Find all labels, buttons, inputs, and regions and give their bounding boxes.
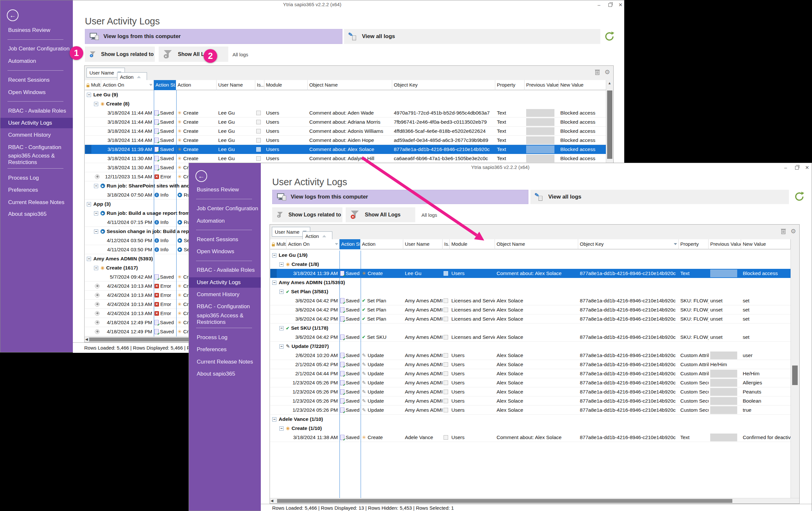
close-button[interactable]: ✕ — [616, 1, 625, 9]
sidebar-item-about-sapio365[interactable]: About sapio365 — [189, 369, 261, 379]
show-all-logs-button[interactable]: Show All Logs — [346, 207, 415, 222]
sidebar-item-business-review[interactable]: Business Review — [189, 185, 261, 195]
collapse-icon[interactable]: − — [87, 202, 91, 206]
is-checkbox[interactable] — [256, 129, 261, 133]
is-checkbox[interactable] — [256, 120, 261, 124]
collapse-icon[interactable]: − — [94, 266, 98, 270]
group-row[interactable]: −✳Create (1/8) — [270, 260, 790, 269]
sidebar-item-job-center-configuration[interactable]: Job Center Configuration — [189, 204, 261, 214]
is-checkbox[interactable] — [443, 371, 448, 376]
column-header-new-value[interactable]: New Value — [741, 239, 790, 249]
collapse-icon[interactable]: − — [279, 344, 284, 349]
sidebar-item-business-review[interactable]: Business Review — [0, 25, 73, 35]
horizontal-scrollbar[interactable]: ◀ — [270, 498, 799, 504]
refresh-icon[interactable] — [793, 190, 806, 203]
vertical-scrollbar-thumb[interactable] — [792, 366, 798, 385]
delete-icon[interactable] — [595, 69, 600, 75]
collapse-icon[interactable]: − — [279, 290, 284, 294]
log-row-selected[interactable]: 3/18/2024 11:39 AMSaved✳CreateLee GuUser… — [270, 269, 790, 278]
is-checkbox[interactable] — [443, 362, 448, 367]
vertical-scrollbar[interactable] — [790, 239, 799, 498]
close-button[interactable]: ✕ — [802, 164, 812, 171]
is-checkbox[interactable] — [443, 380, 448, 385]
sidebar-item-process-log[interactable]: Process Log — [0, 173, 73, 183]
column-header-new-value[interactable]: New Value — [559, 80, 606, 90]
log-row[interactable]: 3/6/2024 04:42 PMSaved✔Set PlanAmy Ames … — [270, 315, 790, 324]
log-row[interactable]: 1/23/2024 05:26 PMSaved✎UpdateAmy Ames A… — [270, 406, 790, 415]
collapse-icon[interactable]: − — [279, 426, 284, 431]
log-row[interactable]: 3/18/2024 11:44 AMSaved✳CreateLee GuUser… — [85, 117, 606, 127]
column-header-action-st-[interactable]: Action St... — [154, 80, 176, 90]
group-row[interactable]: −Amy Ames ADMIN (11/5393) — [270, 278, 790, 287]
column-header-property[interactable]: Property — [495, 80, 525, 90]
collapse-icon[interactable]: − — [279, 326, 284, 330]
column-header-user-name[interactable]: User Name — [403, 239, 442, 249]
sidebar-item-about-sapio365[interactable]: About sapio365 — [0, 209, 73, 219]
log-row[interactable]: 3/6/2024 04:42 PMSaved✔Set SKUAmy Ames A… — [270, 333, 790, 342]
log-row[interactable]: 3/18/2024 11:44 AMSaved✳CreateLee GuUser… — [85, 127, 606, 136]
restore-button[interactable] — [792, 164, 802, 171]
is-checkbox[interactable] — [443, 408, 448, 412]
delete-icon[interactable] — [781, 228, 786, 234]
is-checkbox[interactable] — [256, 147, 261, 152]
is-checkbox[interactable] — [443, 307, 448, 312]
column-header-object-name[interactable]: Object Name — [495, 239, 578, 249]
gear-icon[interactable]: ⚙ — [605, 69, 610, 75]
minimize-button[interactable]: – — [781, 164, 790, 171]
collapse-icon[interactable]: − — [87, 93, 91, 97]
column-header-module[interactable]: Module — [264, 80, 308, 90]
sidebar-item-open-windows[interactable]: Open Windows — [189, 246, 261, 257]
sidebar-item-recent-sessions[interactable]: Recent Sessions — [189, 234, 261, 245]
is-checkbox[interactable] — [443, 399, 448, 403]
back-icon[interactable]: ← — [7, 9, 19, 21]
column-header-action-on[interactable]: Action On — [101, 80, 154, 90]
column-header-user-name[interactable]: User Name — [216, 80, 255, 90]
sidebar-item-preferences[interactable]: Preferences — [189, 344, 261, 355]
show-logs-related-button[interactable]: Show Logs related to Selection — [272, 207, 342, 222]
log-row[interactable]: 3/6/2024 04:42 PMSaved✔Set PlanAmy Ames … — [270, 296, 790, 305]
sidebar-item-open-windows[interactable]: Open Windows — [0, 87, 73, 98]
gear-icon[interactable]: ⚙ — [790, 228, 796, 234]
collapse-icon[interactable]: − — [94, 230, 98, 234]
log-row[interactable]: 3/18/2024 11:30 AMSaved✳CreateLee GuUser… — [85, 154, 606, 163]
is-checkbox[interactable] — [443, 298, 448, 303]
log-row[interactable]: 1/23/2024 05:26 PMSaved✎UpdateAmy Ames A… — [270, 397, 790, 406]
column-header-previous-value[interactable]: Previous Value — [708, 239, 741, 249]
horizontal-scrollbar-thumb[interactable] — [277, 499, 732, 503]
log-row[interactable]: 2/6/2024 10:20 AMSaved✎UpdateAmy Ames AD… — [270, 351, 790, 360]
column-header-is-[interactable]: Is... — [255, 80, 264, 90]
column-header-object-key[interactable]: Object Key — [392, 80, 495, 90]
column-header-previous-value[interactable]: Previous Value — [525, 80, 559, 90]
log-row[interactable]: 3/6/2024 04:42 PMSaved✔Set PlanAmy Ames … — [270, 305, 790, 315]
sidebar-item-current-release-notes[interactable]: Current Release Notes — [0, 197, 73, 208]
log-row[interactable]: 2/1/2024 05:42 PMSaved✎UpdateAmy Ames AD… — [270, 360, 790, 369]
view-logs-local-button[interactable]: View logs from this computer — [272, 190, 528, 204]
view-all-logs-button[interactable]: ✎ View all logs — [530, 190, 789, 204]
log-row[interactable]: 1/23/2024 05:26 PMSaved✎UpdateAmy Ames A… — [270, 378, 790, 387]
sidebar-item-comment-history[interactable]: Comment History — [189, 289, 261, 300]
vertical-scrollbar-thumb[interactable] — [607, 90, 612, 159]
group-row[interactable]: −Adele Vance (1/10) — [270, 415, 790, 424]
column-header-object-name[interactable]: Object Name — [308, 80, 392, 90]
collapse-icon[interactable]: − — [272, 280, 277, 285]
minimize-button[interactable]: – — [594, 1, 604, 9]
column-header-mult-[interactable]: Mult... — [85, 80, 101, 90]
is-checkbox[interactable] — [443, 335, 448, 340]
is-checkbox[interactable] — [256, 138, 261, 142]
log-row[interactable]: 1/23/2024 05:26 PMSaved✎UpdateAmy Ames A… — [270, 387, 790, 397]
sidebar-item-sapio365-access-restrictions[interactable]: sapio365 Access & Restrictions — [189, 314, 261, 324]
view-all-logs-button[interactable]: ✎ View all logs — [344, 29, 600, 44]
sidebar-item-rbac-configuration[interactable]: RBAC - Configuration — [0, 142, 73, 153]
group-row[interactable]: −✎Update (7/2207) — [270, 342, 790, 351]
column-header-action[interactable]: Action — [176, 80, 216, 90]
collapse-icon[interactable]: − — [94, 102, 98, 106]
log-row[interactable]: 3/18/2024 11:44 AMSaved✳CreateLee GuUser… — [85, 136, 606, 145]
view-logs-local-button[interactable]: View logs from this computer — [85, 29, 342, 44]
log-row[interactable]: 3/18/2024 11:38 AMSaved✳CreateAdele Vanc… — [270, 433, 790, 442]
refresh-icon[interactable] — [603, 30, 616, 43]
is-checkbox[interactable] — [443, 435, 448, 440]
is-checkbox[interactable] — [443, 271, 448, 276]
column-header-object-key[interactable]: Object Key — [578, 239, 679, 249]
sidebar-item-process-log[interactable]: Process Log — [189, 332, 261, 343]
back-icon[interactable]: ← — [196, 170, 207, 182]
